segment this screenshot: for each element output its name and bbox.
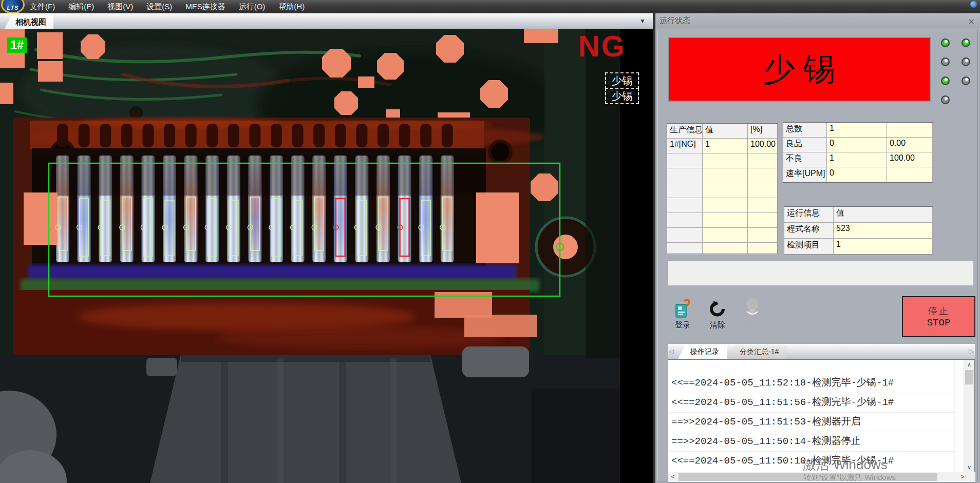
app-window: LTS 文件(F)编辑(E)视图(V)设置(S)MES连接器运行(O)帮助(H)… bbox=[0, 0, 980, 483]
log-vertical-scrollbar[interactable]: ∧ ∨ bbox=[964, 360, 974, 472]
camera-panel: 相机视图 ▼ bbox=[0, 13, 653, 483]
table-cell: 100.00 bbox=[887, 152, 933, 167]
table-cell bbox=[667, 168, 703, 183]
table-cell bbox=[703, 213, 748, 228]
log-tabbar: ◁ 操作记录分类汇总-1# ▷ bbox=[668, 344, 975, 359]
camera-viewport[interactable]: 1# NG 少锡 少锡 bbox=[0, 29, 653, 483]
led-button-label: LED 灯 bbox=[740, 320, 765, 330]
tab-camera-view[interactable]: 相机视图 bbox=[4, 15, 53, 29]
panel-body: 少锡 生产信息值[%]1#[NG]1100.00 总数1良品00.00不良110… bbox=[655, 28, 980, 483]
menu-item[interactable]: 帮助(H) bbox=[278, 2, 305, 12]
status-banner-text: 少锡 bbox=[755, 48, 843, 91]
table-header-cell: 运行信息 bbox=[784, 207, 834, 223]
table-cell: 100.00 bbox=[748, 139, 778, 153]
table-cell bbox=[667, 228, 703, 243]
table-cell bbox=[748, 183, 778, 198]
status-lights bbox=[941, 38, 972, 105]
menu-item[interactable]: MES连接器 bbox=[185, 2, 225, 12]
status-light-on bbox=[962, 38, 970, 47]
table-cell bbox=[703, 183, 748, 198]
table-cell bbox=[748, 243, 778, 254]
table-cell: 1#[NG] bbox=[667, 139, 703, 153]
table-cell: 0 bbox=[827, 138, 887, 152]
tab-scroll-right-icon[interactable]: ▷ bbox=[969, 347, 974, 355]
login-button-label: 登录 bbox=[675, 320, 690, 330]
run-status-panel: 运行状态 ✕ 少锡 生产信息值[%]1#[NG]1100.00 总数1良品00.… bbox=[655, 13, 980, 483]
defect-label: 少锡 bbox=[605, 72, 639, 89]
led-light-button[interactable]: LED 灯 bbox=[737, 297, 768, 337]
log-entry: <<==2024-05-05_11:52:18-检测完毕-少锡-1# bbox=[668, 374, 954, 393]
status-light-off bbox=[962, 57, 970, 66]
login-button[interactable]: 登录 bbox=[667, 298, 699, 338]
table-cell bbox=[748, 168, 778, 183]
stop-button-label-cn: 停止 bbox=[928, 305, 950, 317]
scroll-up-icon[interactable]: ∧ bbox=[964, 360, 974, 369]
camera-id-badge: 1# bbox=[7, 37, 27, 53]
table-cell bbox=[703, 243, 748, 254]
table-cell: 良品 bbox=[783, 138, 827, 152]
menu-item[interactable]: 运行(O) bbox=[239, 2, 266, 12]
clear-button[interactable]: 清除 bbox=[702, 299, 733, 339]
log-tab-inactive[interactable]: 分类汇总-1# bbox=[727, 345, 787, 359]
table-cell: 1 bbox=[834, 239, 933, 255]
count-table: 总数1良品00.00不良1100.00速率[UPM]0 bbox=[783, 122, 933, 183]
app-logo-icon: LTS bbox=[1, 0, 25, 14]
table-cell: 1 bbox=[827, 123, 887, 138]
table-cell bbox=[667, 213, 703, 228]
stop-button[interactable]: 停止 STOP bbox=[902, 296, 975, 337]
table-header-cell: [%] bbox=[748, 124, 778, 139]
table-cell: 523 bbox=[834, 223, 933, 239]
inspection-result-label: NG bbox=[578, 31, 626, 61]
camera-tabbar: 相机视图 ▼ bbox=[0, 13, 653, 29]
windows-activation-watermark: 激活 Windows bbox=[803, 456, 888, 474]
menu-item[interactable]: 文件(F) bbox=[30, 2, 55, 12]
table-cell: 总数 bbox=[783, 123, 827, 138]
log-entry: <<==2024-05-05_11:51:56-检测完毕-少锡-1# bbox=[668, 393, 954, 413]
log-list: <<==2024-05-05_11:52:18-检测完毕-少锡-1#<<==20… bbox=[668, 360, 955, 472]
scroll-down-icon[interactable]: ∨ bbox=[964, 462, 974, 472]
panel-titlebar: 运行状态 ✕ bbox=[655, 13, 980, 28]
menu-item[interactable]: 设置(S) bbox=[146, 2, 172, 12]
menu-item[interactable]: 视图(V) bbox=[107, 2, 133, 12]
menubar-items: 文件(F)编辑(E)视图(V)设置(S)MES连接器运行(O)帮助(H) bbox=[30, 2, 305, 12]
table-cell bbox=[667, 183, 703, 198]
stop-button-label-en: STOP bbox=[927, 317, 951, 329]
windows-activation-watermark-sub: 转到“设置”以激活 Windows bbox=[803, 473, 896, 482]
table-header-cell: 值 bbox=[834, 207, 933, 223]
status-light-on bbox=[941, 38, 950, 47]
log-entry: ==>>2024-05-05_11:50:14-检测器停止 bbox=[668, 432, 954, 452]
table-header-cell: 值 bbox=[703, 124, 748, 139]
table-cell: 不良 bbox=[783, 152, 827, 167]
table-cell bbox=[703, 168, 748, 183]
log-entry: ==>>2024-05-05_11:51:53-检测器开启 bbox=[668, 413, 954, 432]
table-cell bbox=[748, 213, 778, 228]
log-tab-active[interactable]: 操作记录 bbox=[678, 345, 727, 359]
notification-icon bbox=[970, 1, 977, 8]
menubar: LTS 文件(F)编辑(E)视图(V)设置(S)MES连接器运行(O)帮助(H) bbox=[0, 0, 980, 13]
table-cell bbox=[748, 153, 778, 168]
table-cell: 1 bbox=[703, 139, 748, 153]
table-cell bbox=[748, 228, 778, 243]
table-cell bbox=[887, 167, 933, 182]
table-cell bbox=[748, 198, 778, 213]
vscroll-thumb[interactable] bbox=[965, 370, 973, 384]
table-cell bbox=[667, 153, 703, 168]
status-light-on bbox=[941, 76, 950, 85]
table-cell: 速率[UPM] bbox=[783, 167, 827, 182]
table-cell bbox=[703, 198, 748, 213]
defect-label-stack: 少锡 少锡 bbox=[605, 73, 639, 104]
table-cell bbox=[887, 123, 933, 138]
status-banner: 少锡 bbox=[668, 37, 931, 102]
clear-icon bbox=[708, 299, 727, 318]
fpc-cable bbox=[150, 355, 461, 483]
table-cell: 0 bbox=[827, 167, 887, 182]
scrollbar-corner bbox=[964, 472, 974, 482]
menu-item[interactable]: 编辑(E) bbox=[68, 2, 94, 12]
close-icon[interactable]: ✕ bbox=[968, 15, 975, 29]
status-light-off bbox=[941, 95, 950, 104]
chevron-down-icon[interactable]: ▼ bbox=[639, 17, 646, 25]
clear-button-label: 清除 bbox=[710, 320, 725, 330]
log-tabs: 操作记录分类汇总-1# bbox=[678, 345, 787, 359]
tab-scroll-left-icon[interactable]: ◁ bbox=[669, 347, 674, 355]
scroll-left-icon[interactable]: < bbox=[668, 472, 677, 482]
